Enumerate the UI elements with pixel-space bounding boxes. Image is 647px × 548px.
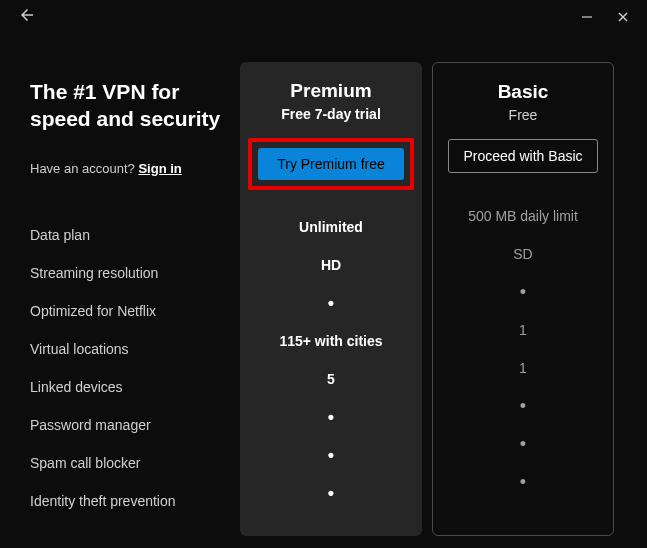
main-content: The #1 VPN for speed and security Have a…	[0, 34, 647, 536]
basic-title: Basic	[443, 81, 603, 103]
premium-title: Premium	[250, 80, 412, 102]
try-premium-button[interactable]: Try Premium free	[258, 148, 404, 180]
basic-value: •	[443, 273, 603, 311]
feature-label: Identity theft prevention	[30, 482, 240, 520]
basic-value: 1	[443, 349, 603, 387]
feature-label: Streaming resolution	[30, 254, 240, 292]
account-prompt: Have an account? Sign in	[30, 161, 240, 176]
premium-value: Unlimited	[250, 208, 412, 246]
basic-value: 1	[443, 311, 603, 349]
feature-label: Virtual locations	[30, 330, 240, 368]
premium-value: 115+ with cities	[250, 322, 412, 360]
basic-value: •	[443, 387, 603, 425]
window-controls	[571, 3, 639, 31]
feature-label: Optimized for Netflix	[30, 292, 240, 330]
basic-value: •	[443, 463, 603, 501]
cta-highlight: Try Premium free	[248, 138, 414, 190]
feature-label: Spam call blocker	[30, 444, 240, 482]
account-prompt-text: Have an account?	[30, 161, 138, 176]
premium-value: HD	[250, 246, 412, 284]
back-button[interactable]	[12, 2, 42, 33]
basic-value: 500 MB daily limit	[443, 197, 603, 235]
minimize-button[interactable]	[571, 3, 603, 31]
page-headline: The #1 VPN for speed and security	[30, 78, 240, 133]
premium-value: •	[250, 398, 412, 436]
premium-subtitle: Free 7-day trial	[250, 106, 412, 122]
close-button[interactable]	[607, 3, 639, 31]
basic-value: SD	[443, 235, 603, 273]
feature-label: Data plan	[30, 216, 240, 254]
left-column: The #1 VPN for speed and security Have a…	[30, 62, 240, 536]
plans-container: Premium Free 7-day trial Try Premium fre…	[240, 62, 614, 536]
premium-value: •	[250, 284, 412, 322]
premium-value: •	[250, 436, 412, 474]
basic-subtitle: Free	[443, 107, 603, 123]
minimize-icon	[581, 11, 593, 23]
arrow-left-icon	[18, 6, 36, 24]
titlebar	[0, 0, 647, 34]
proceed-basic-button[interactable]: Proceed with Basic	[448, 139, 598, 173]
feature-label: Linked devices	[30, 368, 240, 406]
feature-label: Password manager	[30, 406, 240, 444]
basic-plan-card: Basic Free Proceed with Basic 500 MB dai…	[432, 62, 614, 536]
signin-link[interactable]: Sign in	[138, 161, 181, 176]
premium-value: •	[250, 474, 412, 512]
premium-value: 5	[250, 360, 412, 398]
close-icon	[617, 11, 629, 23]
basic-value: •	[443, 425, 603, 463]
premium-plan-card: Premium Free 7-day trial Try Premium fre…	[240, 62, 422, 536]
